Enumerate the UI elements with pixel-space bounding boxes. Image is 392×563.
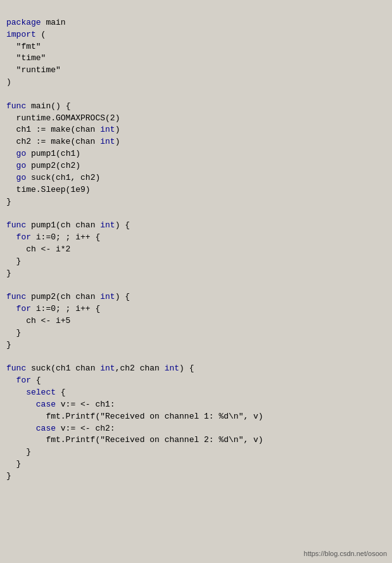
watermark: https://blog.csdn.net/osoon [304,549,387,559]
code-block: package main import ( "fmt" "time" "runt… [6,5,386,495]
line-12: go pump1(ch1) [6,149,80,158]
line-32: select { [6,388,66,397]
line-39: } [6,471,11,481]
line-27: } [6,328,21,338]
line-19: for i:=0; ; i++ { [6,232,100,242]
line-37: } [6,447,31,457]
line-25: for i:=0; ; i++ { [6,304,100,313]
code-container: package main import ( "fmt" "time" "runt… [0,0,392,563]
line-10: ch1 := make(chan int) [6,125,120,134]
line-18: func pump1(ch chan int) { [6,220,130,230]
line-3: "fmt" [6,42,41,51]
line-6: ) [6,77,11,87]
line-14: go suck(ch1, ch2) [6,173,100,182]
line-5: "runtime" [6,65,61,75]
line-11: ch2 := make(chan int) [6,137,120,146]
line-35: case v:= <- ch2: [6,424,115,433]
line-20: ch <- i*2 [6,244,70,254]
line-30: func suck(ch1 chan int,ch2 chan int) { [6,364,194,373]
line-8: func main() { [6,101,70,111]
line-34: fmt.Printf("Received on channel 1: %d\n"… [6,412,263,421]
line-31: for { [6,376,41,385]
line-33: case v:= <- ch1: [6,400,115,409]
line-9: runtime.GOMAXPROCS(2) [6,113,120,123]
line-38: } [6,459,21,469]
line-16: } [6,197,11,206]
line-22: } [6,269,11,278]
line-13: go pump2(ch2) [6,161,80,170]
line-36: fmt.Printf("Received on channel 2: %d\n"… [6,435,263,445]
line-26: ch <- i+5 [6,316,70,326]
line-2: import ( [6,30,46,39]
line-24: func pump2(ch chan int) { [6,292,130,301]
line-15: time.Sleep(1e9) [6,185,91,194]
line-4: "time" [6,53,46,63]
line-21: } [6,256,21,266]
line-1: package main [6,18,66,27]
line-28: } [6,340,11,350]
